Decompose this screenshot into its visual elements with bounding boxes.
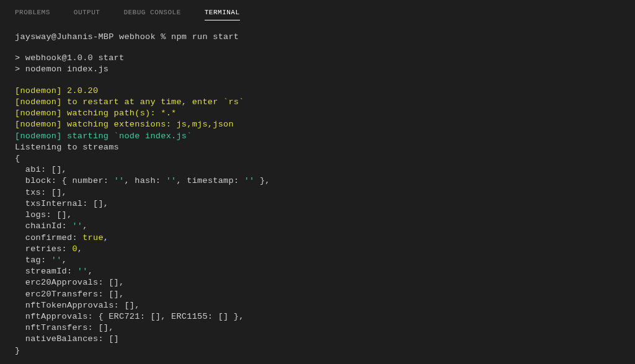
obj-abi: abi: [], — [15, 164, 620, 175]
obj-open: { — [15, 153, 620, 164]
terminal-output[interactable]: jaysway@Juhanis-MBP webhook % npm run st… — [0, 20, 635, 364]
tab-debug-console[interactable]: DEBUG CONSOLE — [123, 5, 180, 20]
obj-block: block: { number: '', hash: '', timestamp… — [15, 175, 620, 187]
obj-tag: tag: '', — [15, 255, 620, 266]
nodemon-watching-ext: [nodemon] watching extensions: js,mjs,js… — [15, 119, 620, 130]
listening-line: Listening to streams — [15, 142, 620, 153]
obj-txs-internal: txsInternal: [], — [15, 198, 620, 210]
obj-erc20-transfers: erc20Transfers: [], — [15, 289, 620, 300]
obj-streamid: streamId: '', — [15, 266, 620, 277]
obj-confirmed: confirmed: true, — [15, 233, 620, 244]
nodemon-restart: [nodemon] to restart at any time, enter … — [15, 97, 620, 108]
obj-logs: logs: [], — [15, 210, 620, 221]
obj-nft-approvals: nftApprovals: { ERC721: [], ERC1155: [] … — [15, 311, 620, 322]
obj-close: } — [15, 345, 620, 357]
obj-chainid: chainId: '', — [15, 221, 620, 232]
npm-run-line: > nodemon index.js — [15, 64, 620, 75]
tab-problems[interactable]: PROBLEMS — [15, 5, 50, 20]
tab-output[interactable]: OUTPUT — [74, 5, 100, 20]
obj-erc20-approvals: erc20Approvals: [], — [15, 277, 620, 288]
nodemon-version: [nodemon] 2.0.20 — [15, 86, 620, 97]
obj-retries: retries: 0, — [15, 244, 620, 255]
panel-tabs: PROBLEMS OUTPUT DEBUG CONSOLE TERMINAL — [0, 0, 635, 20]
obj-nft-transfers: nftTransfers: [], — [15, 322, 620, 334]
nodemon-watching-paths: [nodemon] watching path(s): *.* — [15, 108, 620, 119]
nodemon-starting: [nodemon] starting `node index.js` — [15, 131, 620, 142]
obj-txs: txs: [], — [15, 187, 620, 198]
npm-run-line: > webhook@1.0.0 start — [15, 53, 620, 64]
prompt-line: jaysway@Juhanis-MBP webhook % npm run st… — [15, 32, 620, 43]
obj-native-balances: nativeBalances: [] — [15, 334, 620, 345]
obj-nft-token-approvals: nftTokenApprovals: [], — [15, 300, 620, 311]
tab-terminal[interactable]: TERMINAL — [205, 5, 240, 20]
